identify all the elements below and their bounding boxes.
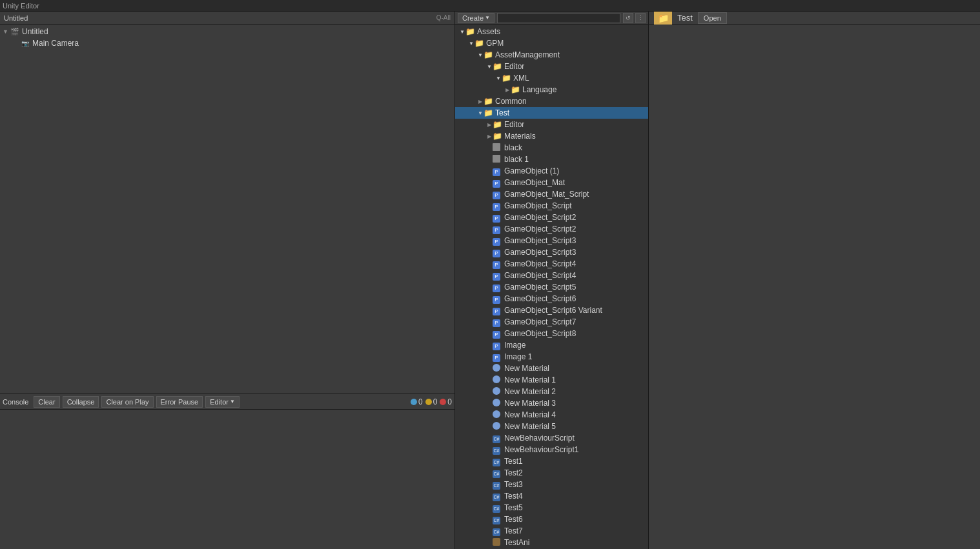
tree-item-38[interactable]: C#Test2 bbox=[455, 467, 648, 479]
tree-arrow-1: ▼ bbox=[468, 41, 475, 46]
tree-label-35: NewBehaviourScript bbox=[504, 434, 575, 443]
tree-item-31[interactable]: New Material 2 bbox=[455, 386, 648, 397]
tree-item-43[interactable]: C#Test7 bbox=[455, 525, 648, 537]
tree-arrow-3: ▼ bbox=[486, 64, 493, 70]
tree-label-42: Test6 bbox=[504, 515, 523, 524]
tree-item-36[interactable]: C#NewBehaviourScript1 bbox=[455, 444, 648, 455]
tree-label-29: New Material bbox=[504, 364, 549, 373]
refresh-icon[interactable]: ↺ bbox=[623, 13, 633, 23]
tree-arrow-2: ▼ bbox=[477, 52, 484, 58]
tree-item-37[interactable]: C#Test1 bbox=[455, 455, 648, 467]
tree-item-33[interactable]: New Material 4 bbox=[455, 409, 648, 421]
tree-label-12: GameObject (1) bbox=[504, 166, 559, 175]
tree-item-6[interactable]: ▶📁Common bbox=[455, 95, 648, 107]
tree-item-26[interactable]: PGameObject_Script8 bbox=[455, 328, 648, 339]
inspector-panel: 📁 Test Open bbox=[649, 12, 980, 549]
hierarchy-panel: Untitled Q-All ▼ 🎬 Untitled 📷 Main Camer… bbox=[0, 12, 454, 394]
tree-item-39[interactable]: C#Test3 bbox=[455, 479, 648, 490]
folder-icon-large: 📁 bbox=[654, 12, 672, 26]
tree-item-9[interactable]: ▶📁Materials bbox=[455, 130, 648, 142]
tree-label-21: GameObject_Script4 bbox=[504, 271, 576, 280]
tree-item-23[interactable]: PGameObject_Script6 bbox=[455, 293, 648, 304]
tree-arrow-9: ▶ bbox=[486, 134, 493, 139]
tree-item-0[interactable]: ▼📁Assets bbox=[455, 26, 648, 37]
tree-item-19[interactable]: PGameObject_Script3 bbox=[455, 246, 648, 258]
tree-label-22: GameObject_Script5 bbox=[504, 283, 576, 292]
tree-label-0: Assets bbox=[477, 27, 500, 36]
tree-label-14: GameObject_Mat_Script bbox=[504, 190, 589, 199]
inspector-content bbox=[649, 25, 980, 549]
console-info-count: 0 bbox=[411, 397, 423, 406]
tree-item-32[interactable]: New Material 3 bbox=[455, 397, 648, 409]
tree-label-18: GameObject_Script3 bbox=[504, 236, 576, 245]
settings-icon[interactable]: ⋮ bbox=[635, 13, 646, 23]
tree-label-40: Test4 bbox=[504, 492, 523, 501]
tree-label-37: Test1 bbox=[504, 457, 523, 466]
tree-item-42[interactable]: C#Test6 bbox=[455, 514, 648, 525]
tree-label-16: GameObject_Script2 bbox=[504, 213, 576, 222]
tree-item-14[interactable]: PGameObject_Mat_Script bbox=[455, 188, 648, 200]
tree-label-13: GameObject_Mat bbox=[504, 178, 565, 187]
tree-item-34[interactable]: New Material 5 bbox=[455, 421, 648, 432]
tree-item-3[interactable]: ▼📁Editor bbox=[455, 61, 648, 72]
tree-content: ▼📁Assets▼📁GPM▼📁AssetManagement▼📁Editor▼📁… bbox=[455, 25, 648, 549]
project-search-input[interactable] bbox=[497, 13, 620, 23]
create-button[interactable]: Create ▼ bbox=[458, 13, 495, 23]
tree-item-29[interactable]: New Material bbox=[455, 363, 648, 374]
tree-item-28[interactable]: PImage 1 bbox=[455, 351, 648, 363]
clear-button[interactable]: Clear bbox=[34, 396, 59, 408]
tree-label-19: GameObject_Script3 bbox=[504, 248, 576, 257]
hierarchy-search-hint: Q-All bbox=[436, 14, 451, 21]
scene-arrow: ▼ bbox=[3, 28, 10, 35]
tree-item-15[interactable]: PGameObject_Script bbox=[455, 200, 648, 212]
tree-item-35[interactable]: C#NewBehaviourScript bbox=[455, 432, 648, 444]
tree-item-1[interactable]: ▼📁GPM bbox=[455, 37, 648, 49]
tree-item-21[interactable]: PGameObject_Script4 bbox=[455, 270, 648, 281]
tree-item-12[interactable]: PGameObject (1) bbox=[455, 165, 648, 177]
hierarchy-item-scene[interactable]: ▼ 🎬 Untitled bbox=[0, 26, 454, 37]
tree-item-2[interactable]: ▼📁AssetManagement bbox=[455, 49, 648, 61]
scene-icon: 🎬 bbox=[10, 27, 19, 36]
tree-item-40[interactable]: C#Test4 bbox=[455, 490, 648, 502]
tree-label-8: Editor bbox=[504, 120, 524, 129]
tree-item-16[interactable]: PGameObject_Script2 bbox=[455, 212, 648, 223]
scene-label: Untitled bbox=[22, 27, 48, 36]
tree-label-41: Test5 bbox=[504, 503, 523, 512]
tree-item-27[interactable]: PImage bbox=[455, 339, 648, 351]
tree-item-8[interactable]: ▶📁Editor bbox=[455, 119, 648, 130]
console-title: Console bbox=[3, 398, 28, 406]
tree-item-5[interactable]: ▶📁Language bbox=[455, 84, 648, 95]
tree-item-13[interactable]: PGameObject_Mat bbox=[455, 177, 648, 188]
tree-arrow-5: ▶ bbox=[504, 87, 511, 93]
tree-label-15: GameObject_Script bbox=[504, 201, 572, 210]
tree-label-6: Common bbox=[495, 97, 527, 106]
tree-label-4: XML bbox=[513, 74, 529, 83]
tree-item-24[interactable]: PGameObject_Script6 Variant bbox=[455, 304, 648, 316]
tree-item-10[interactable]: black bbox=[455, 142, 648, 154]
tree-item-20[interactable]: PGameObject_Script4 bbox=[455, 258, 648, 270]
hierarchy-title: Untitled bbox=[4, 14, 28, 22]
editor-button[interactable]: Editor ▼ bbox=[205, 396, 240, 408]
tree-item-18[interactable]: PGameObject_Script3 bbox=[455, 235, 648, 246]
tree-item-7[interactable]: ▼📁Test bbox=[455, 107, 648, 119]
tree-label-25: GameObject_Script7 bbox=[504, 317, 576, 326]
hierarchy-item-camera[interactable]: 📷 Main Camera bbox=[0, 37, 454, 49]
tree-label-1: GPM bbox=[486, 39, 504, 48]
open-button[interactable]: Open bbox=[698, 12, 727, 24]
tree-item-4[interactable]: ▼📁XML bbox=[455, 72, 648, 84]
collapse-button[interactable]: Collapse bbox=[63, 396, 99, 408]
tree-label-24: GameObject_Script6 Variant bbox=[504, 306, 602, 315]
editor-dropdown-icon: ▼ bbox=[230, 399, 235, 404]
tree-item-25[interactable]: PGameObject_Script7 bbox=[455, 316, 648, 328]
tree-item-44[interactable]: TestAni bbox=[455, 537, 648, 548]
clear-on-play-button[interactable]: Clear on Play bbox=[101, 396, 153, 408]
tree-label-44: TestAni bbox=[504, 538, 529, 547]
tree-item-30[interactable]: New Material 1 bbox=[455, 374, 648, 386]
tree-item-11[interactable]: black 1 bbox=[455, 154, 648, 165]
tree-item-22[interactable]: PGameObject_Script5 bbox=[455, 281, 648, 293]
tree-item-17[interactable]: PGameObject_Script2 bbox=[455, 223, 648, 235]
tree-label-10: black bbox=[504, 143, 522, 152]
project-toolbar-icons: ↺ ⋮ bbox=[623, 13, 646, 23]
tree-item-41[interactable]: C#Test5 bbox=[455, 502, 648, 514]
error-pause-button[interactable]: Error Pause bbox=[156, 396, 203, 408]
